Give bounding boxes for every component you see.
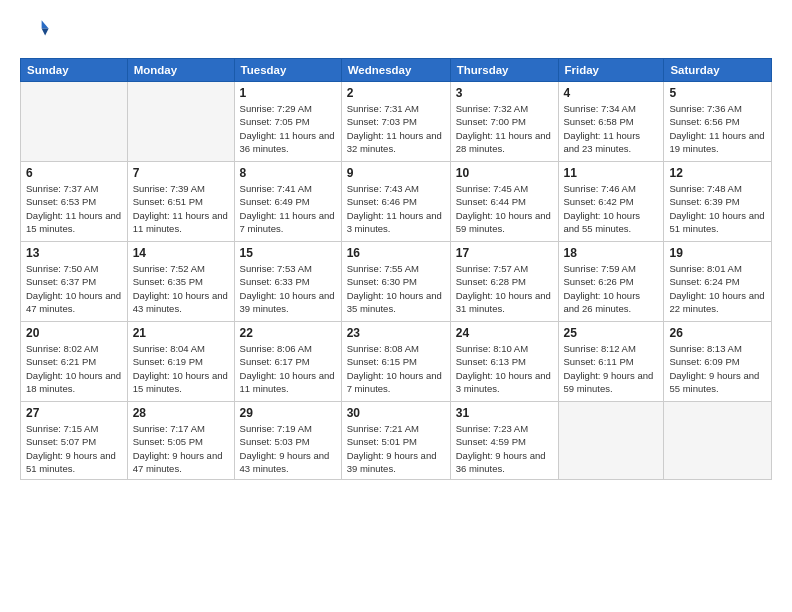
calendar-day-cell: 19Sunrise: 8:01 AMSunset: 6:24 PMDayligh… — [664, 242, 772, 322]
day-number: 1 — [240, 86, 336, 100]
calendar-header-row: SundayMondayTuesdayWednesdayThursdayFrid… — [21, 59, 772, 82]
logo-icon — [22, 16, 50, 44]
weekday-header: Sunday — [21, 59, 128, 82]
weekday-header: Friday — [558, 59, 664, 82]
day-detail: Sunrise: 7:59 AMSunset: 6:26 PMDaylight:… — [564, 262, 659, 315]
day-detail: Sunrise: 8:13 AMSunset: 6:09 PMDaylight:… — [669, 342, 766, 395]
day-number: 7 — [133, 166, 229, 180]
day-detail: Sunrise: 8:02 AMSunset: 6:21 PMDaylight:… — [26, 342, 122, 395]
day-detail: Sunrise: 7:19 AMSunset: 5:03 PMDaylight:… — [240, 422, 336, 475]
day-number: 9 — [347, 166, 445, 180]
day-detail: Sunrise: 7:41 AMSunset: 6:49 PMDaylight:… — [240, 182, 336, 235]
day-detail: Sunrise: 7:55 AMSunset: 6:30 PMDaylight:… — [347, 262, 445, 315]
weekday-header: Wednesday — [341, 59, 450, 82]
calendar-day-cell: 15Sunrise: 7:53 AMSunset: 6:33 PMDayligh… — [234, 242, 341, 322]
day-number: 25 — [564, 326, 659, 340]
logo — [20, 16, 52, 48]
calendar-day-cell: 31Sunrise: 7:23 AMSunset: 4:59 PMDayligh… — [450, 402, 558, 480]
weekday-header: Thursday — [450, 59, 558, 82]
day-number: 19 — [669, 246, 766, 260]
calendar-day-cell — [127, 82, 234, 162]
calendar-day-cell: 8Sunrise: 7:41 AMSunset: 6:49 PMDaylight… — [234, 162, 341, 242]
calendar-day-cell: 26Sunrise: 8:13 AMSunset: 6:09 PMDayligh… — [664, 322, 772, 402]
day-detail: Sunrise: 7:50 AMSunset: 6:37 PMDaylight:… — [26, 262, 122, 315]
calendar-day-cell: 30Sunrise: 7:21 AMSunset: 5:01 PMDayligh… — [341, 402, 450, 480]
day-detail: Sunrise: 7:29 AMSunset: 7:05 PMDaylight:… — [240, 102, 336, 155]
page: SundayMondayTuesdayWednesdayThursdayFrid… — [0, 0, 792, 612]
svg-marker-0 — [42, 20, 49, 28]
day-number: 15 — [240, 246, 336, 260]
day-number: 28 — [133, 406, 229, 420]
day-number: 23 — [347, 326, 445, 340]
day-detail: Sunrise: 7:37 AMSunset: 6:53 PMDaylight:… — [26, 182, 122, 235]
calendar-day-cell: 12Sunrise: 7:48 AMSunset: 6:39 PMDayligh… — [664, 162, 772, 242]
calendar-day-cell: 7Sunrise: 7:39 AMSunset: 6:51 PMDaylight… — [127, 162, 234, 242]
day-detail: Sunrise: 7:52 AMSunset: 6:35 PMDaylight:… — [133, 262, 229, 315]
day-detail: Sunrise: 7:32 AMSunset: 7:00 PMDaylight:… — [456, 102, 553, 155]
calendar-day-cell: 27Sunrise: 7:15 AMSunset: 5:07 PMDayligh… — [21, 402, 128, 480]
weekday-header: Tuesday — [234, 59, 341, 82]
day-detail: Sunrise: 7:53 AMSunset: 6:33 PMDaylight:… — [240, 262, 336, 315]
day-number: 29 — [240, 406, 336, 420]
calendar-week-row: 13Sunrise: 7:50 AMSunset: 6:37 PMDayligh… — [21, 242, 772, 322]
calendar-day-cell: 29Sunrise: 7:19 AMSunset: 5:03 PMDayligh… — [234, 402, 341, 480]
calendar-day-cell — [21, 82, 128, 162]
day-detail: Sunrise: 7:31 AMSunset: 7:03 PMDaylight:… — [347, 102, 445, 155]
day-detail: Sunrise: 8:04 AMSunset: 6:19 PMDaylight:… — [133, 342, 229, 395]
day-number: 2 — [347, 86, 445, 100]
calendar-day-cell: 1Sunrise: 7:29 AMSunset: 7:05 PMDaylight… — [234, 82, 341, 162]
calendar-day-cell: 16Sunrise: 7:55 AMSunset: 6:30 PMDayligh… — [341, 242, 450, 322]
day-detail: Sunrise: 8:06 AMSunset: 6:17 PMDaylight:… — [240, 342, 336, 395]
calendar-day-cell: 13Sunrise: 7:50 AMSunset: 6:37 PMDayligh… — [21, 242, 128, 322]
day-detail: Sunrise: 7:36 AMSunset: 6:56 PMDaylight:… — [669, 102, 766, 155]
calendar-day-cell: 17Sunrise: 7:57 AMSunset: 6:28 PMDayligh… — [450, 242, 558, 322]
day-number: 12 — [669, 166, 766, 180]
day-detail: Sunrise: 7:17 AMSunset: 5:05 PMDaylight:… — [133, 422, 229, 475]
calendar-day-cell: 10Sunrise: 7:45 AMSunset: 6:44 PMDayligh… — [450, 162, 558, 242]
day-number: 27 — [26, 406, 122, 420]
day-detail: Sunrise: 8:10 AMSunset: 6:13 PMDaylight:… — [456, 342, 553, 395]
day-detail: Sunrise: 7:15 AMSunset: 5:07 PMDaylight:… — [26, 422, 122, 475]
day-detail: Sunrise: 8:12 AMSunset: 6:11 PMDaylight:… — [564, 342, 659, 395]
day-number: 22 — [240, 326, 336, 340]
calendar-day-cell: 14Sunrise: 7:52 AMSunset: 6:35 PMDayligh… — [127, 242, 234, 322]
calendar-table: SundayMondayTuesdayWednesdayThursdayFrid… — [20, 58, 772, 480]
day-detail: Sunrise: 7:45 AMSunset: 6:44 PMDaylight:… — [456, 182, 553, 235]
calendar-week-row: 1Sunrise: 7:29 AMSunset: 7:05 PMDaylight… — [21, 82, 772, 162]
day-detail: Sunrise: 7:43 AMSunset: 6:46 PMDaylight:… — [347, 182, 445, 235]
day-detail: Sunrise: 7:34 AMSunset: 6:58 PMDaylight:… — [564, 102, 659, 155]
calendar-body: 1Sunrise: 7:29 AMSunset: 7:05 PMDaylight… — [21, 82, 772, 480]
day-number: 4 — [564, 86, 659, 100]
day-number: 31 — [456, 406, 553, 420]
calendar-day-cell: 20Sunrise: 8:02 AMSunset: 6:21 PMDayligh… — [21, 322, 128, 402]
calendar-day-cell: 6Sunrise: 7:37 AMSunset: 6:53 PMDaylight… — [21, 162, 128, 242]
day-number: 11 — [564, 166, 659, 180]
day-number: 26 — [669, 326, 766, 340]
calendar-day-cell — [558, 402, 664, 480]
day-detail: Sunrise: 7:39 AMSunset: 6:51 PMDaylight:… — [133, 182, 229, 235]
calendar-week-row: 20Sunrise: 8:02 AMSunset: 6:21 PMDayligh… — [21, 322, 772, 402]
calendar-week-row: 27Sunrise: 7:15 AMSunset: 5:07 PMDayligh… — [21, 402, 772, 480]
calendar-day-cell: 23Sunrise: 8:08 AMSunset: 6:15 PMDayligh… — [341, 322, 450, 402]
day-detail: Sunrise: 7:21 AMSunset: 5:01 PMDaylight:… — [347, 422, 445, 475]
day-detail: Sunrise: 7:46 AMSunset: 6:42 PMDaylight:… — [564, 182, 659, 235]
calendar-day-cell: 25Sunrise: 8:12 AMSunset: 6:11 PMDayligh… — [558, 322, 664, 402]
svg-marker-1 — [42, 29, 49, 36]
calendar-day-cell: 4Sunrise: 7:34 AMSunset: 6:58 PMDaylight… — [558, 82, 664, 162]
calendar-day-cell: 9Sunrise: 7:43 AMSunset: 6:46 PMDaylight… — [341, 162, 450, 242]
calendar-day-cell: 11Sunrise: 7:46 AMSunset: 6:42 PMDayligh… — [558, 162, 664, 242]
day-number: 24 — [456, 326, 553, 340]
day-number: 18 — [564, 246, 659, 260]
day-number: 17 — [456, 246, 553, 260]
day-number: 10 — [456, 166, 553, 180]
weekday-header: Monday — [127, 59, 234, 82]
day-number: 16 — [347, 246, 445, 260]
calendar-day-cell: 2Sunrise: 7:31 AMSunset: 7:03 PMDaylight… — [341, 82, 450, 162]
day-number: 8 — [240, 166, 336, 180]
day-number: 3 — [456, 86, 553, 100]
day-number: 20 — [26, 326, 122, 340]
calendar-day-cell: 21Sunrise: 8:04 AMSunset: 6:19 PMDayligh… — [127, 322, 234, 402]
day-number: 5 — [669, 86, 766, 100]
calendar-day-cell: 22Sunrise: 8:06 AMSunset: 6:17 PMDayligh… — [234, 322, 341, 402]
calendar-day-cell — [664, 402, 772, 480]
